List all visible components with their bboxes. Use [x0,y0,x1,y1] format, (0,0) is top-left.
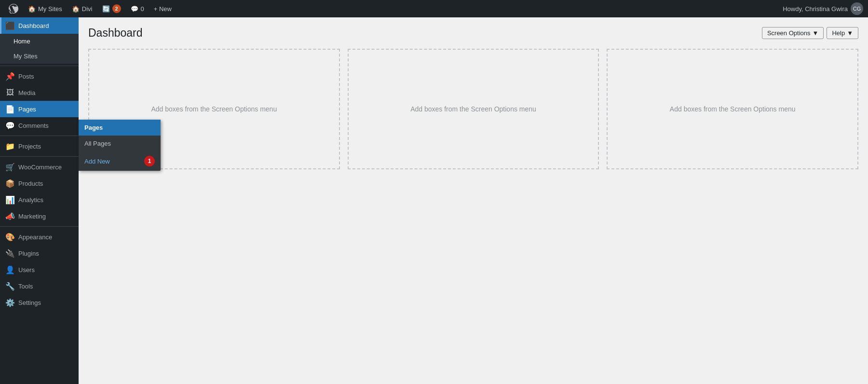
sidebar-item-my-sites[interactable]: My Sites [0,49,79,64]
projects-icon: 📁 [6,142,14,151]
dashboard-boxes-area: Add boxes from the Screen Options menu A… [79,44,868,174]
my-sites-label: My Sites [38,5,62,13]
sidebar-appearance-label: Appearance [18,233,52,241]
add-new-label: Add New [84,158,110,165]
dashboard-icon: ⬛ [6,21,14,30]
chevron-down-icon: ▼ [813,29,819,37]
plugins-icon: 🔌 [6,249,14,258]
sidebar-media-label: Media [18,89,35,96]
updates-icon: 🔄 [102,5,110,13]
pages-submenu-add-new[interactable]: Add New 1 [79,151,161,171]
all-pages-label: All Pages [84,140,111,147]
sidebar-item-products[interactable]: 📦 Products [0,175,79,192]
sidebar-item-marketing[interactable]: 📣 Marketing [0,208,79,224]
dashboard-col-3: Add boxes from the Screen Options menu [607,49,858,169]
sidebar-marketing-label: Marketing [18,213,46,220]
analytics-icon: 📊 [6,195,14,204]
marketing-icon: 📣 [6,212,14,220]
updates-button[interactable]: 🔄 2 [98,0,125,17]
updates-count: 2 [112,4,121,13]
sidebar-woocommerce-label: WooCommerce [18,164,62,171]
home-icon: 🏠 [28,5,36,13]
dashboard-box-3: Add boxes from the Screen Options menu [607,49,858,169]
chevron-down-icon-help: ▼ [847,29,853,37]
media-icon: 🖼 [6,88,14,97]
sidebar-home-label: Home [14,38,30,45]
help-button[interactable]: Help ▼ [827,27,858,39]
products-icon: 📦 [6,179,14,188]
dashboard-box-2: Add boxes from the Screen Options menu [348,49,599,169]
settings-icon: ⚙️ [6,298,14,307]
sidebar-item-woocommerce[interactable]: 🛒 WooCommerce [0,159,79,175]
dashboard-box-1-text: Add boxes from the Screen Options menu [151,105,277,113]
sidebar-projects-label: Projects [18,143,41,150]
posts-icon: 📌 [6,72,14,81]
sidebar-item-plugins[interactable]: 🔌 Plugins [0,245,79,261]
sidebar-item-home[interactable]: Home [0,34,79,49]
pages-submenu-header-label: Pages [84,124,103,131]
sidebar-item-users[interactable]: 👤 Users [0,261,79,278]
wp-logo-icon [9,4,18,14]
user-profile-button[interactable]: Howdy, Christina Gwira CG [783,2,863,15]
sidebar-my-sites-label: My Sites [14,53,38,60]
screen-options-label: Screen Options [767,29,811,37]
users-icon: 👤 [6,265,14,274]
sidebar-users-label: Users [18,266,35,274]
menu-sep-2 [0,136,79,136]
pages-submenu-header[interactable]: Pages [79,120,161,136]
sidebar-item-comments[interactable]: 💬 Comments [0,117,79,134]
site-name-label: Divi [82,5,93,13]
sidebar-item-projects[interactable]: 📁 Projects [0,138,79,154]
howdy-label: Howdy, Christina Gwira [783,5,848,13]
pages-submenu-popup: Pages All Pages Add New 1 [79,120,161,171]
page-title: Dashboard [88,22,143,44]
new-label: + New [154,5,172,13]
comments-button[interactable]: 💬 0 [127,0,148,17]
content-header: Dashboard Screen Options ▼ Help ▼ [79,17,868,44]
wp-logo-button[interactable] [5,0,22,17]
sidebar-posts-label: Posts [18,73,34,80]
add-new-badge: 1 [144,156,155,166]
dashboard-col-2: Add boxes from the Screen Options menu [348,49,599,169]
sidebar-dashboard-label: Dashboard [18,22,49,29]
admin-menu: ⬛ Dashboard Home My Sites 📌 Posts 🖼 Medi… [0,17,79,384]
sidebar-comments-label: Comments [18,122,49,129]
help-label: Help [832,29,845,37]
dashboard-submenu: Home My Sites [0,34,79,64]
woocommerce-icon: 🛒 [6,163,14,171]
main-content: Dashboard Screen Options ▼ Help ▼ Add bo… [79,17,868,384]
menu-sep-1 [0,66,79,66]
comments-icon: 💬 [131,5,138,13]
tools-icon: 🔧 [6,282,14,290]
new-content-button[interactable]: + New [150,0,176,17]
comments-icon-sidebar: 💬 [6,121,14,130]
menu-sep-3 [0,156,79,157]
sidebar-plugins-label: Plugins [18,250,39,257]
sidebar-item-posts[interactable]: 📌 Posts [0,68,79,84]
pages-icon: 📄 [6,105,14,113]
screen-options-button[interactable]: Screen Options ▼ [762,27,824,39]
sidebar-tools-label: Tools [18,283,33,290]
sidebar-products-label: Products [18,180,43,187]
avatar: CG [851,2,863,15]
menu-sep-4 [0,226,79,227]
sidebar-item-pages[interactable]: 📄 Pages [0,101,79,117]
sidebar-item-analytics[interactable]: 📊 Analytics [0,192,79,208]
sidebar-item-media[interactable]: 🖼 Media [0,84,79,101]
my-sites-button[interactable]: 🏠 My Sites [24,0,66,17]
dashboard-box-3-text: Add boxes from the Screen Options menu [670,105,796,113]
sidebar-item-appearance[interactable]: 🎨 Appearance [0,229,79,245]
sidebar-item-dashboard[interactable]: ⬛ Dashboard [0,17,79,34]
site-name-button[interactable]: 🏠 Divi [68,0,96,17]
comments-count: 0 [141,5,144,13]
sidebar-item-tools[interactable]: 🔧 Tools [0,278,79,294]
admin-bar: 🏠 My Sites 🏠 Divi 🔄 2 💬 0 + New Howdy, C… [0,0,868,17]
sidebar-pages-label: Pages [18,106,36,113]
sidebar-settings-label: Settings [18,299,41,306]
header-actions: Screen Options ▼ Help ▼ [762,27,858,39]
sidebar-analytics-label: Analytics [18,196,43,204]
dashboard-box-2-text: Add boxes from the Screen Options menu [410,105,536,113]
pages-submenu-all-pages[interactable]: All Pages [79,136,161,151]
site-icon: 🏠 [72,5,80,13]
sidebar-item-settings[interactable]: ⚙️ Settings [0,294,79,311]
